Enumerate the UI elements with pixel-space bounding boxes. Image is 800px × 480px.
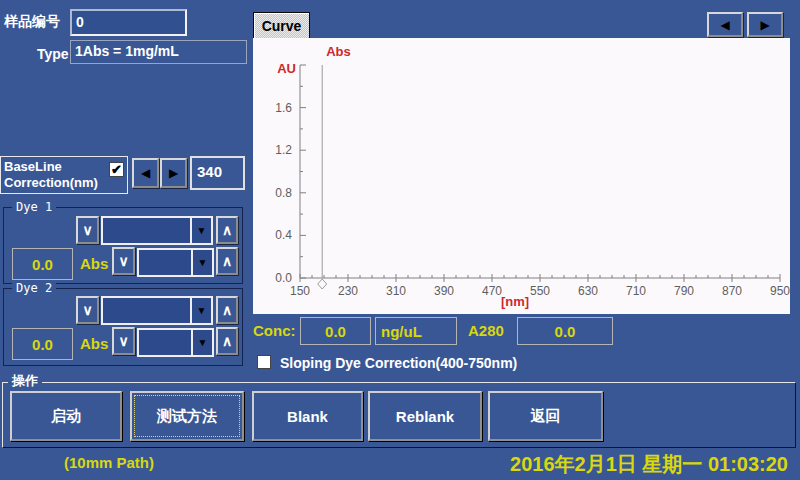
dye1-abs-label: Abs (80, 255, 108, 272)
svg-text:230: 230 (338, 284, 358, 298)
curve-chart-panel: 1502303103904705506307107908709500.00.40… (253, 38, 790, 314)
chevron-up-icon: ∧ (222, 303, 232, 317)
dropdown-arrow-icon[interactable]: ▼ (190, 298, 211, 323)
type-value-field: 1Abs = 1mg/mL (70, 40, 247, 64)
baseline-increase-button[interactable]: ▶ (160, 158, 187, 188)
sample-number-label: 样品编号 (4, 13, 60, 31)
operation-group-title: 操作 (8, 374, 42, 388)
spectrophotometer-screen: 样品编号 0 Type 1Abs = 1mg/mL Curve ◀ ▶ 1502… (0, 0, 800, 480)
dropdown-arrow-icon[interactable]: ▼ (191, 250, 212, 275)
dye2-dropdown[interactable]: ▼ (101, 296, 213, 325)
svg-text:870: 870 (722, 284, 742, 298)
dye2-abs-value: 0.0 (12, 328, 73, 360)
a280-label: A280 (468, 322, 504, 339)
sample-number-input[interactable]: 0 (70, 9, 187, 36)
dropdown-arrow-icon[interactable]: ▼ (191, 330, 212, 355)
test-method-button[interactable]: 测试方法 (130, 391, 244, 441)
dye2-dropdown-value (103, 298, 190, 323)
dye1-dropdown[interactable]: ▼ (101, 216, 213, 245)
chevron-up-icon: ∧ (222, 254, 232, 268)
dye1-factor-down-button[interactable]: ∨ (112, 247, 135, 275)
svg-text:310: 310 (386, 284, 406, 298)
svg-text:630: 630 (578, 284, 598, 298)
absorbance-chart: 1502303103904705506307107908709500.00.40… (253, 38, 790, 314)
dye2-factor-dropdown-value (139, 330, 191, 355)
chevron-up-icon: ∧ (222, 223, 232, 237)
dye1-abs-value: 0.0 (12, 248, 73, 280)
svg-text:550: 550 (530, 284, 550, 298)
reblank-button[interactable]: Reblank (368, 391, 482, 441)
baseline-wavelength-value: 340 (190, 156, 245, 190)
return-button[interactable]: 返回 (488, 391, 603, 441)
dye1-wavelength-down-button[interactable]: ∨ (76, 216, 99, 244)
svg-text:[nm]: [nm] (501, 294, 529, 309)
svg-text:710: 710 (626, 284, 646, 298)
right-arrow-icon: ▶ (169, 167, 178, 179)
dye1-wavelength-up-button[interactable]: ∧ (216, 216, 238, 244)
dye1-factor-dropdown[interactable]: ▼ (137, 248, 214, 277)
conc-value: 0.0 (300, 317, 371, 345)
left-arrow-icon: ◀ (141, 167, 150, 179)
chevron-down-icon: ∨ (82, 303, 92, 317)
chevron-up-icon: ∧ (222, 334, 232, 348)
prev-curve-button[interactable]: ◀ (707, 12, 743, 37)
dye2-factor-down-button[interactable]: ∨ (112, 327, 135, 355)
sloping-dye-label: Sloping Dye Correction(400-750nm) (280, 355, 517, 371)
svg-text:390: 390 (434, 284, 454, 298)
chevron-down-icon: ∨ (118, 254, 128, 268)
svg-text:0.8: 0.8 (275, 186, 292, 200)
svg-text:AU: AU (277, 61, 296, 76)
blank-button[interactable]: Blank (252, 391, 363, 441)
conc-unit: ng/uL (375, 317, 457, 345)
dye1-dropdown-value (103, 218, 190, 243)
left-arrow-icon: ◀ (720, 19, 729, 31)
svg-text:0.0: 0.0 (275, 271, 292, 285)
dye2-group-title: Dye 2 (12, 281, 56, 295)
dye2-factor-dropdown[interactable]: ▼ (137, 328, 214, 357)
type-label: Type (37, 46, 69, 62)
svg-text:470: 470 (482, 284, 502, 298)
baseline-checkbox[interactable]: ✔ (109, 162, 124, 177)
datetime-display: 2016年2月1日 星期一 01:03:20 (510, 451, 788, 478)
svg-text:790: 790 (674, 284, 694, 298)
conc-label: Conc: (253, 322, 296, 339)
svg-text:1.6: 1.6 (275, 101, 292, 115)
next-curve-button[interactable]: ▶ (747, 12, 783, 37)
chevron-down-icon: ∨ (82, 223, 92, 237)
svg-text:950: 950 (770, 284, 790, 298)
path-length-label: (10mm Path) (64, 454, 154, 471)
checkmark-icon: ✔ (111, 163, 122, 176)
dye1-factor-up-button[interactable]: ∧ (216, 247, 238, 275)
baseline-decrease-button[interactable]: ◀ (132, 158, 159, 188)
svg-text:1.2: 1.2 (275, 143, 292, 157)
dye1-factor-dropdown-value (139, 250, 191, 275)
dye2-factor-up-button[interactable]: ∧ (216, 327, 238, 355)
tab-curve[interactable]: Curve (253, 12, 310, 38)
dye2-abs-label: Abs (80, 335, 108, 352)
dye1-group-title: Dye 1 (12, 200, 56, 214)
dye2-wavelength-up-button[interactable]: ∧ (216, 296, 238, 324)
a280-value: 0.0 (517, 317, 613, 345)
start-button[interactable]: 启动 (10, 391, 122, 441)
svg-text:Abs: Abs (326, 44, 351, 59)
dye2-wavelength-down-button[interactable]: ∨ (76, 296, 99, 324)
svg-text:150: 150 (290, 284, 310, 298)
chevron-down-icon: ∨ (118, 334, 128, 348)
svg-text:0.4: 0.4 (275, 228, 292, 242)
right-arrow-icon: ▶ (760, 19, 769, 31)
baseline-label-line2: Correction(nm) (4, 175, 127, 191)
dropdown-arrow-icon[interactable]: ▼ (190, 218, 211, 243)
sloping-dye-checkbox[interactable] (257, 355, 271, 369)
